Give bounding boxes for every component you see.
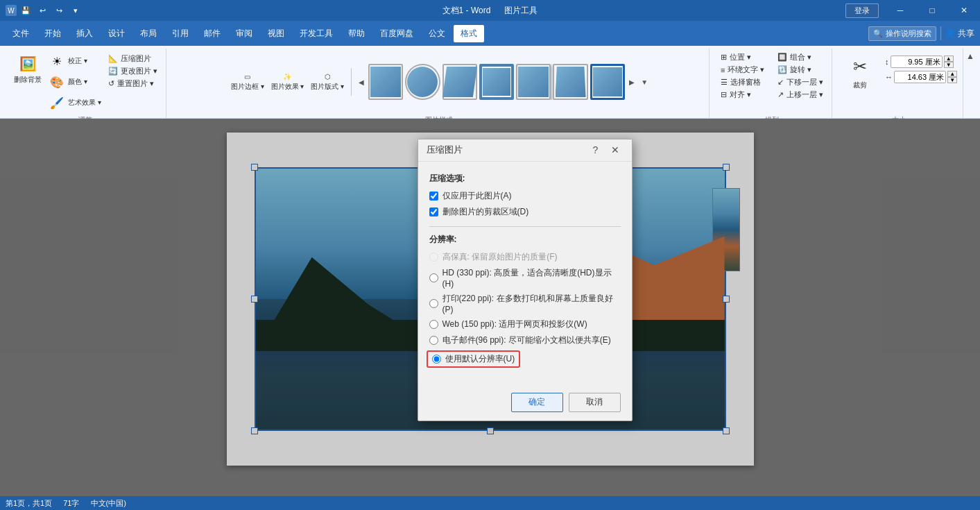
- picture-format-icon: ⬡: [325, 73, 331, 80]
- resolution-label: 分辨率:: [429, 234, 621, 246]
- img-style-3[interactable]: [442, 64, 477, 100]
- radio-default-input[interactable]: [432, 355, 441, 364]
- width-up[interactable]: ▲: [947, 71, 957, 77]
- img-style-6[interactable]: [553, 64, 587, 100]
- img-style-5[interactable]: [516, 64, 551, 100]
- height-down[interactable]: ▼: [944, 62, 954, 68]
- minimize-button[interactable]: ─: [884, 0, 916, 21]
- move-front-button[interactable]: ↗ 上移一层 ▾: [775, 89, 826, 101]
- arrange-group: ⊞ 位置 ▾ 🔲 组合 ▾ ≡ 环绕文字 ▾ 🔃 旋转 ▾ ☰ 选择窗格 ↙ 下…: [712, 49, 832, 126]
- rotate-icon: 🔃: [777, 65, 787, 74]
- checkbox-apply-only: 仅应用于此图片(A): [429, 190, 621, 202]
- move-back-button[interactable]: ↙ 下移一层 ▾: [775, 76, 826, 88]
- menu-baidu[interactable]: 百度网盘: [373, 25, 420, 42]
- dialog-title: 压缩图片: [427, 144, 463, 156]
- apply-only-checkbox[interactable]: [429, 192, 438, 201]
- reset-picture-button[interactable]: ↺ 重置图片 ▾: [105, 78, 160, 90]
- radio-web-150-input[interactable]: [429, 320, 438, 329]
- search-box[interactable]: 🔍 操作说明搜索: [868, 26, 936, 41]
- delete-crop-label[interactable]: 删除图片的剪裁区域(D): [442, 206, 529, 218]
- share-label: 共享: [958, 28, 974, 40]
- radio-email-96-input[interactable]: [429, 336, 438, 345]
- more-button[interactable]: ▾: [68, 3, 83, 18]
- picture-effect-label: 图片效果 ▾: [271, 82, 304, 92]
- wrap-icon: ≡: [721, 66, 725, 74]
- menu-review[interactable]: 审阅: [229, 25, 259, 42]
- menu-design[interactable]: 设计: [101, 25, 132, 42]
- save-button[interactable]: 💾: [18, 3, 33, 18]
- styles-scroll-down[interactable]: ▼: [639, 75, 650, 89]
- picture-border-button[interactable]: ▭ 图片边框 ▾: [228, 72, 267, 92]
- width-down[interactable]: ▼: [947, 77, 957, 83]
- radio-hd-true-input[interactable]: [429, 253, 438, 262]
- redo-button[interactable]: ↪: [51, 3, 67, 18]
- search-icon: 🔍: [873, 29, 883, 38]
- height-input[interactable]: [891, 56, 943, 68]
- position-button[interactable]: ⊞ 位置 ▾: [718, 51, 769, 63]
- menu-insert[interactable]: 插入: [69, 25, 100, 42]
- img-style-7[interactable]: [590, 64, 625, 100]
- resolution-section: 分辨率: 高保真: 保留原始图片的质量(F) HD (330 ppi): 高质量…: [429, 234, 621, 368]
- color-button[interactable]: 🎨 颜色 ▾: [46, 72, 104, 92]
- menu-layout[interactable]: 布局: [133, 25, 164, 42]
- menu-file[interactable]: 文件: [6, 25, 36, 42]
- radio-print-220: 打印(220 ppi): 在多数打印机和屏幕上质量良好(P): [429, 293, 621, 314]
- menu-format[interactable]: 格式: [454, 25, 484, 42]
- dialog-help-button[interactable]: ?: [587, 142, 604, 158]
- styles-scroll-right[interactable]: ▶: [626, 62, 637, 101]
- dialog-footer: 确定 取消: [418, 387, 632, 420]
- login-button[interactable]: 登录: [845, 3, 879, 18]
- share-button[interactable]: 👤 共享: [945, 28, 974, 40]
- height-up[interactable]: ▲: [944, 56, 954, 62]
- menu-mail[interactable]: 邮件: [197, 25, 227, 42]
- dialog-overlay: 压缩图片 ? ✕ 压缩选项: 仅应用于此图片(A) 删除图: [0, 119, 980, 496]
- title-bar: W 💾 ↩ ↪ ▾ 文档1 - Word 图片工具 登录 ─ □ ✕: [0, 0, 980, 21]
- menu-developer[interactable]: 开发工具: [293, 25, 340, 42]
- menu-references[interactable]: 引用: [165, 25, 196, 42]
- crop-button[interactable]: ✂ 裁剪: [841, 51, 879, 92]
- img-style-2[interactable]: [405, 64, 440, 100]
- styles-scroll-left[interactable]: ◀: [356, 62, 367, 101]
- menu-home[interactable]: 开始: [37, 25, 68, 42]
- word-count: 71字: [63, 498, 79, 509]
- adjust-group: 🖼️ 删除背景 ☀ 校正 ▾ 🎨 颜色 ▾ 🖌️ 艺术效果 ▾: [6, 49, 166, 126]
- width-input[interactable]: [894, 71, 946, 83]
- picture-format-label: 图片版式 ▾: [311, 82, 344, 92]
- ribbon-collapse[interactable]: ▲: [966, 49, 974, 126]
- cancel-button[interactable]: 取消: [569, 393, 621, 412]
- rotate-button[interactable]: 🔃 旋转 ▾: [775, 64, 826, 76]
- img-style-1[interactable]: [368, 64, 403, 100]
- radio-hd-330: HD (330 ppi): 高质量，适合高清晰度(HD)显示(H): [429, 267, 621, 289]
- menu-help[interactable]: 帮助: [341, 25, 372, 42]
- close-button[interactable]: ✕: [948, 0, 980, 21]
- align-button[interactable]: ⊟ 对齐 ▾: [718, 89, 769, 101]
- undo-button[interactable]: ↩: [35, 3, 50, 18]
- apply-only-label[interactable]: 仅应用于此图片(A): [442, 190, 512, 202]
- correction-button[interactable]: ☀ 校正 ▾: [46, 51, 104, 71]
- dialog-close-button[interactable]: ✕: [607, 142, 624, 158]
- selection-pane-button[interactable]: ☰ 选择窗格: [718, 76, 769, 88]
- restore-button[interactable]: □: [916, 0, 948, 21]
- art-effect-button[interactable]: 🖌️ 艺术效果 ▾: [46, 93, 104, 112]
- crop-icon: ✂: [846, 53, 874, 80]
- dialog-controls: ? ✕: [587, 142, 624, 158]
- delete-crop-checkbox[interactable]: [429, 207, 438, 216]
- wrap-text-button[interactable]: ≡ 环绕文字 ▾: [718, 64, 769, 76]
- radio-hd-330-input[interactable]: [429, 273, 438, 282]
- menu-view[interactable]: 视图: [261, 25, 291, 42]
- radio-email-96: 电子邮件(96 ppi): 尽可能缩小文档以便共享(E): [429, 334, 621, 346]
- change-picture-button[interactable]: 🔄 更改图片 ▾: [105, 65, 160, 77]
- compress-picture-button[interactable]: 📐 压缩图片: [105, 53, 160, 65]
- group-button[interactable]: 🔲 组合 ▾: [775, 51, 826, 63]
- img-style-4[interactable]: [479, 64, 514, 100]
- radio-print-220-input[interactable]: [429, 299, 438, 308]
- remove-bg-button[interactable]: 🖼️ 删除背景: [11, 51, 44, 86]
- compress-icon: 📐: [108, 54, 118, 63]
- picture-effect-button[interactable]: ✨ 图片效果 ▾: [268, 72, 307, 92]
- page-info: 第1页，共1页: [6, 498, 52, 509]
- menu-official[interactable]: 公文: [422, 25, 452, 42]
- picture-format-button[interactable]: ⬡ 图片版式 ▾: [308, 72, 347, 92]
- ok-button[interactable]: 确定: [511, 393, 563, 412]
- move-front-icon: ↗: [777, 90, 784, 99]
- dialog-titlebar: 压缩图片 ? ✕: [418, 139, 632, 162]
